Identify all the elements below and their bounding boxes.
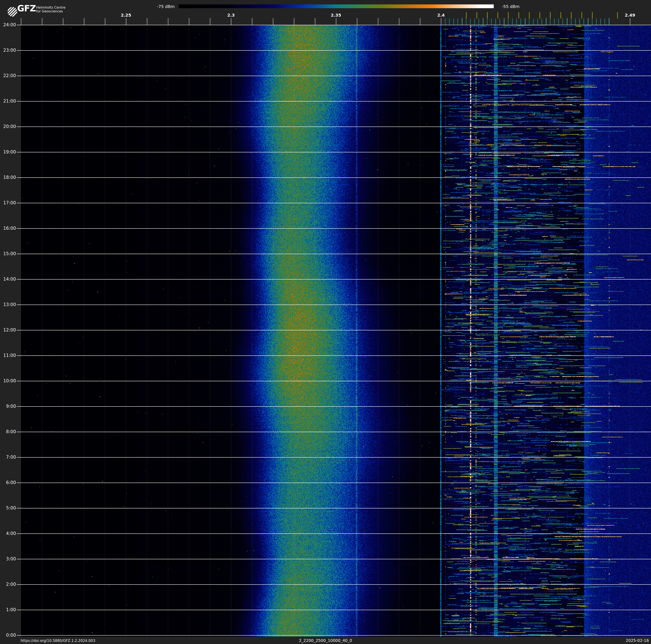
ble-channel-tick xyxy=(504,19,504,25)
time-label: 19:00 xyxy=(0,149,16,154)
hour-gridline xyxy=(17,406,651,407)
ble-channel-tick xyxy=(558,19,559,25)
freq-tick xyxy=(63,18,63,25)
time-label: 16:00 xyxy=(0,226,16,231)
time-label: 23:00 xyxy=(0,48,16,53)
ble-channel-tick xyxy=(512,19,513,25)
ble-channel-tick xyxy=(592,19,592,25)
ble-channel-tick xyxy=(596,19,597,25)
footer-date: 2025-02-16 xyxy=(626,638,649,643)
time-label: 22:00 xyxy=(0,73,16,78)
ble-channel-tick xyxy=(466,19,466,25)
time-label: 7:00 xyxy=(0,455,16,460)
freq-tick xyxy=(273,18,273,25)
ble-channel-tick xyxy=(563,19,563,25)
ble-channel-tick xyxy=(541,19,542,25)
hour-gridline xyxy=(17,279,651,280)
freq-tick xyxy=(231,18,231,25)
freq-tick xyxy=(294,18,294,25)
ble-channel-tick xyxy=(521,19,521,25)
ble-channel-tick xyxy=(474,19,475,25)
hour-gridline xyxy=(17,126,651,127)
ble-channel-tick xyxy=(588,19,588,25)
ble-channel-tick xyxy=(445,19,445,25)
freq-tick xyxy=(21,18,22,25)
time-label: 21:00 xyxy=(0,98,16,104)
ble-channel-tick xyxy=(525,19,525,25)
hour-gridline xyxy=(17,76,651,76)
logo-acronym: GFZ xyxy=(17,3,36,13)
freq-tick xyxy=(630,18,630,25)
ble-channel-tick xyxy=(550,19,550,25)
ble-channel-tick xyxy=(567,19,567,25)
time-label: 13:00 xyxy=(0,302,16,307)
freq-tick-label: 2.4 xyxy=(432,12,451,18)
hour-gridline xyxy=(17,381,651,381)
time-label: 20:00 xyxy=(0,124,16,129)
freq-tick xyxy=(189,18,189,25)
hour-gridline xyxy=(17,432,651,432)
freq-tick-label: 2.35 xyxy=(327,12,345,18)
ble-channel-tick xyxy=(584,19,584,25)
freq-tick xyxy=(147,18,148,25)
ble-channel-tick xyxy=(537,19,538,25)
time-label: 14:00 xyxy=(0,276,16,282)
time-label: 15:00 xyxy=(0,251,16,256)
time-label: 12:00 xyxy=(0,327,16,332)
ble-channel-tick xyxy=(609,19,609,25)
hour-gridline xyxy=(17,482,651,483)
time-label: 2:00 xyxy=(0,582,16,587)
ble-channel-tick xyxy=(483,19,483,25)
hour-gridline xyxy=(17,50,651,51)
ble-channel-tick xyxy=(462,19,462,25)
freq-tick xyxy=(126,18,126,25)
wifi-channel-tick xyxy=(571,12,571,19)
hour-gridline xyxy=(17,330,651,330)
ble-channel-tick xyxy=(495,19,496,25)
time-label: 5:00 xyxy=(0,505,16,510)
logo-subtitle-line2: for Geosciences xyxy=(36,9,65,13)
ble-channel-tick xyxy=(529,19,529,25)
time-label: 18:00 xyxy=(0,175,16,180)
time-label: 1:00 xyxy=(0,607,16,612)
wifi-channel-tick xyxy=(592,12,593,19)
logo-subtitle-line1: Helmholtz Centre xyxy=(36,6,65,9)
time-label: 6:00 xyxy=(0,480,16,485)
ble-channel-tick xyxy=(600,19,601,25)
freq-tick xyxy=(378,18,378,25)
hour-gridline xyxy=(17,610,651,610)
hour-gridline xyxy=(17,203,651,203)
hour-gridline xyxy=(17,254,651,254)
wifi-channel-tick xyxy=(560,12,561,19)
hour-gridline xyxy=(17,101,651,101)
footer-doi-link[interactable]: https://doi.org/10.5880/GFZ.1.2.2024.003 xyxy=(21,639,95,643)
ble-channel-tick xyxy=(487,19,488,25)
ble-channel-tick xyxy=(546,19,546,25)
wifi-channel-tick xyxy=(550,12,551,19)
wifi-channel-tick xyxy=(476,12,477,19)
time-label: 17:00 xyxy=(0,200,16,205)
time-label: 10:00 xyxy=(0,378,16,383)
colorbar-max-label: -55 dBm xyxy=(502,4,520,9)
ble-channel-tick xyxy=(491,19,492,25)
freq-tick xyxy=(84,18,85,25)
freq-tick xyxy=(357,18,358,25)
ble-channel-tick xyxy=(575,19,576,25)
footer-dataset-title: 2_2200_2500_10000_40_0 xyxy=(299,638,352,643)
hour-gridline xyxy=(17,559,651,559)
freq-tick xyxy=(252,18,252,25)
time-label: 0:00 xyxy=(0,633,16,638)
ble-channel-tick xyxy=(458,19,458,25)
hour-gridline xyxy=(17,25,651,25)
hour-gridline xyxy=(17,152,651,152)
time-label: 11:00 xyxy=(0,353,16,358)
wifi-channel-tick xyxy=(497,12,498,19)
hour-gridline xyxy=(17,355,651,356)
ble-channel-tick xyxy=(533,19,534,25)
hour-gridline xyxy=(17,177,651,178)
ble-channel-tick xyxy=(508,19,508,25)
ble-channel-tick xyxy=(579,19,580,25)
ble-channel-tick xyxy=(517,19,517,25)
wifi-channel-tick xyxy=(519,12,519,19)
hour-gridline xyxy=(17,508,651,508)
